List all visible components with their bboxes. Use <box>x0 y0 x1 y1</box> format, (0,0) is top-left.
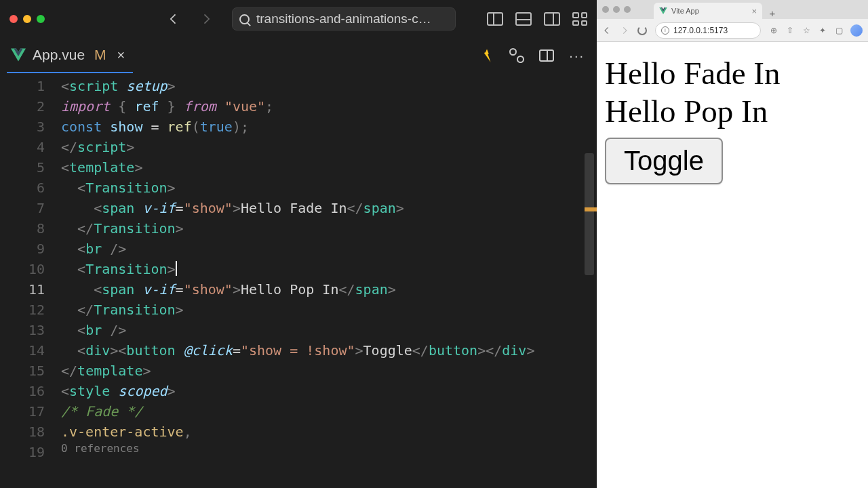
browser-max-dot[interactable] <box>624 6 631 13</box>
window-traffic-lights <box>9 15 45 23</box>
search-icon <box>239 14 250 24</box>
line-number-gutter: 12345678910111213141516171819 <box>0 76 61 488</box>
bookmark-icon[interactable]: ☆ <box>802 26 811 35</box>
browser-pane: Vite App × + i 127.0.0.1:5173 ⊕ ⇧ ☆ ✦ ▢ <box>597 0 868 488</box>
close-dot[interactable] <box>9 15 18 23</box>
pop-in-text: Hello Pop In <box>605 92 860 130</box>
editor-pane: transitions-and-animations-c… App.vue M … <box>0 0 597 488</box>
profile-avatar[interactable] <box>850 24 863 37</box>
page-content: Hello Fade In Hello Pop In Toggle <box>597 42 868 488</box>
vite-icon[interactable] <box>479 48 494 63</box>
browser-tab-strip: Vite App × + <box>597 0 868 19</box>
editor-title-bar: transitions-and-animations-c… <box>0 0 597 38</box>
diff-marker <box>585 207 597 211</box>
browser-forward-icon[interactable] <box>620 26 629 35</box>
source-control-icon[interactable] <box>509 48 524 63</box>
editor-tab-bar: App.vue M × ··· <box>0 38 597 73</box>
toggle-left-panel-icon[interactable] <box>487 12 503 26</box>
panel-icon[interactable]: ▢ <box>834 26 844 35</box>
browser-back-icon[interactable] <box>602 26 612 35</box>
command-center[interactable]: transitions-and-animations-c… <box>232 7 456 30</box>
browser-tab-title: Vite App <box>671 7 699 15</box>
zoom-icon[interactable]: ⊕ <box>769 26 778 35</box>
vue-favicon <box>659 7 667 14</box>
browser-url: 127.0.0.1:5173 <box>673 26 728 35</box>
scrollbar-thumb[interactable] <box>585 153 594 275</box>
split-editor-icon[interactable] <box>539 49 554 62</box>
project-name: transitions-and-animations-c… <box>256 12 431 26</box>
tab-filename: App.vue <box>33 47 85 63</box>
more-actions-icon[interactable]: ··· <box>569 48 585 64</box>
browser-address-bar[interactable]: i 127.0.0.1:5173 <box>655 22 761 39</box>
maximize-dot[interactable] <box>37 15 45 23</box>
browser-close-dot[interactable] <box>602 6 609 13</box>
share-icon[interactable]: ⇧ <box>785 26 795 35</box>
browser-toolbar: i 127.0.0.1:5173 ⊕ ⇧ ☆ ✦ ▢ <box>597 19 868 42</box>
nav-arrows <box>167 12 213 26</box>
toggle-right-panel-icon[interactable] <box>544 12 560 26</box>
fade-in-text: Hello Fade In <box>605 54 860 92</box>
back-arrow-icon[interactable] <box>167 12 180 26</box>
browser-tab[interactable]: Vite App × <box>654 3 762 19</box>
browser-reload-icon[interactable] <box>637 26 647 35</box>
code-content[interactable]: <script setup>import { ref } from "vue";… <box>61 76 597 488</box>
browser-min-dot[interactable] <box>613 6 620 13</box>
browser-traffic-lights <box>602 6 631 13</box>
toggle-bottom-panel-icon[interactable] <box>515 12 532 26</box>
editor-tab-app-vue[interactable]: App.vue M × <box>7 38 133 73</box>
tab-modified-badge: M <box>94 47 106 63</box>
vue-file-icon <box>11 48 26 62</box>
browser-new-tab-icon[interactable]: + <box>766 7 778 19</box>
forward-arrow-icon[interactable] <box>199 12 213 26</box>
layout-grid-icon[interactable] <box>572 12 587 26</box>
toggle-button[interactable]: Toggle <box>605 138 723 184</box>
tab-close-icon[interactable]: × <box>117 47 125 63</box>
minimize-dot[interactable] <box>23 15 31 23</box>
browser-tab-close-icon[interactable]: × <box>751 6 757 16</box>
code-editor[interactable]: 12345678910111213141516171819 <script se… <box>0 73 597 488</box>
site-info-icon[interactable]: i <box>661 26 669 35</box>
extensions-icon[interactable]: ✦ <box>818 26 827 35</box>
